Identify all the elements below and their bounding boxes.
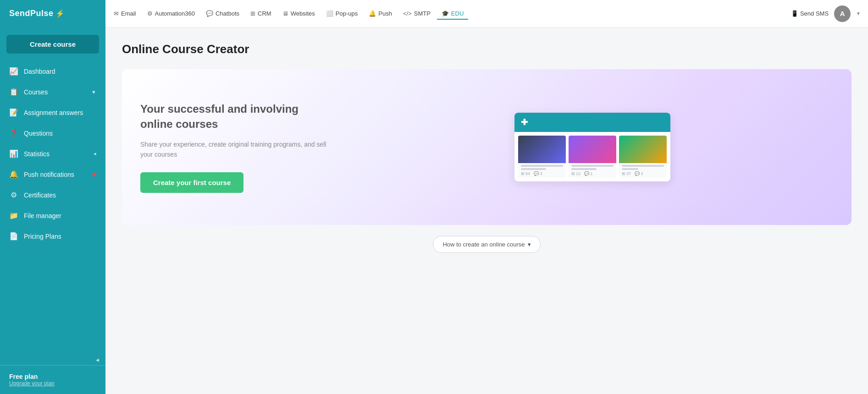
mockup-card-2: ⊞ 12 💬 1 [569, 136, 616, 178]
sidebar-navigation: 📈 Dashboard 📋 Courses ▼ 📝 Assignment ans… [0, 61, 105, 354]
mockup-header: ✚ [514, 113, 670, 132]
topnav: SendPulse ⚡ ✉ Email ⚙ Automation360 💬 Ch… [0, 0, 868, 27]
nav-item-push[interactable]: 🔔 Push [364, 7, 397, 20]
nav-item-smtp[interactable]: </> SMTP [398, 7, 435, 20]
course-mockup: ✚ ⊞ 54 💬 3 [514, 113, 670, 181]
popups-icon: ⬜ [326, 10, 333, 17]
how-to-link-container: How to create an online course ▾ [122, 236, 851, 253]
certificates-icon: ⚙ [9, 191, 18, 199]
hero-heading: Your successful and involving online cou… [140, 101, 333, 132]
mockup-stats-1: ⊞ 54 💬 3 [521, 171, 563, 176]
crm-icon: ⊞ [250, 10, 255, 17]
upgrade-link[interactable]: Upgrade your plan [9, 380, 96, 387]
sidebar-item-statistics[interactable]: 📊 Statistics ◂ [0, 143, 105, 164]
hero-subtext: Share your experience, create original t… [140, 139, 333, 160]
hero-right: ✚ ⊞ 54 💬 3 [351, 113, 833, 181]
sidebar-item-assignment-answers[interactable]: 📝 Assignment answers [0, 102, 105, 123]
nav-item-popups[interactable]: ⬜ Pop-ups [321, 7, 362, 20]
sidebar: Create course 📈 Dashboard 📋 Courses ▼ 📝 … [0, 27, 105, 394]
sidebar-item-certificates[interactable]: ⚙ Certificates [0, 185, 105, 205]
sidebar-item-file-manager[interactable]: 📁 File manager [0, 205, 105, 226]
mockup-card-2-info: ⊞ 12 💬 1 [569, 163, 616, 178]
mockup-card-3: ⊞ 37 💬 2 [619, 136, 667, 178]
statistics-icon: 📊 [9, 149, 18, 158]
create-first-course-button[interactable]: Create your first course [140, 172, 243, 193]
logo-icon: ⚡ [55, 9, 65, 18]
how-to-create-button[interactable]: How to create an online course ▾ [433, 236, 540, 253]
pricing-plans-icon: 📄 [9, 232, 18, 241]
chatbots-icon: 💬 [206, 10, 213, 17]
create-course-button[interactable]: Create course [6, 35, 99, 54]
statistics-chevron-icon: ◂ [94, 151, 96, 157]
page-title: Online Course Creator [122, 42, 851, 56]
mockup-card-2-thumb [569, 136, 616, 163]
courses-chevron-icon: ▼ [91, 89, 96, 95]
nav-item-email[interactable]: ✉ Email [109, 7, 141, 20]
hero-card: Your successful and involving online cou… [122, 69, 851, 225]
mockup-stats-3: ⊞ 37 💬 2 [622, 171, 664, 176]
mockup-card-1-thumb [518, 136, 566, 163]
smtp-icon: </> [403, 10, 412, 17]
mockup-line [521, 165, 563, 167]
mockup-cards: ⊞ 54 💬 3 ⊞ 12 [514, 132, 670, 181]
file-manager-icon: 📁 [9, 211, 18, 220]
mockup-line-3 [622, 165, 664, 167]
mockup-plus-icon: ✚ [521, 117, 528, 127]
push-notifications-icon: 🔔 [9, 170, 18, 179]
questions-icon: ❓ [9, 129, 18, 137]
send-sms-button[interactable]: 📱 Send SMS [791, 10, 829, 17]
push-notification-badge [93, 173, 96, 176]
mockup-card-3-info: ⊞ 37 💬 2 [619, 163, 667, 178]
mockup-line-2-short [571, 168, 597, 170]
sidebar-item-questions[interactable]: ❓ Questions [0, 123, 105, 143]
sidebar-item-push-notifications[interactable]: 🔔 Push notifications [0, 164, 105, 185]
avatar[interactable]: A [834, 5, 851, 22]
hero-left: Your successful and involving online cou… [140, 101, 333, 193]
nav-items: ✉ Email ⚙ Automation360 💬 Chatbots ⊞ CRM… [105, 7, 791, 20]
mockup-stats-2: ⊞ 12 💬 1 [571, 171, 614, 176]
main-content: Online Course Creator Your successful an… [105, 27, 868, 394]
nav-item-websites[interactable]: 🖥 Websites [278, 7, 320, 20]
mockup-card-1: ⊞ 54 💬 3 [518, 136, 566, 178]
mockup-line-3-short [622, 168, 639, 170]
websites-icon: 🖥 [282, 10, 288, 17]
free-plan-label: Free plan [9, 373, 96, 380]
avatar-chevron-icon: ▼ [856, 11, 861, 16]
how-to-chevron-icon: ▾ [528, 241, 531, 248]
edu-icon: 🎓 [442, 10, 449, 17]
email-icon: ✉ [114, 10, 119, 17]
mockup-card-3-thumb [619, 136, 667, 163]
sidebar-item-dashboard[interactable]: 📈 Dashboard [0, 61, 105, 82]
sidebar-collapse-icon[interactable]: ◂ [96, 356, 99, 363]
logo-text: SendPulse [9, 9, 54, 18]
push-icon: 🔔 [369, 10, 376, 17]
logo[interactable]: SendPulse ⚡ [0, 0, 105, 27]
sidebar-footer: Free plan Upgrade your plan [0, 365, 105, 394]
mockup-card-1-info: ⊞ 54 💬 3 [518, 163, 566, 178]
nav-item-crm[interactable]: ⊞ CRM [246, 7, 276, 20]
nav-right: 📱 Send SMS A ▼ [791, 5, 861, 22]
mockup-line-2 [571, 165, 614, 167]
courses-icon: 📋 [9, 88, 18, 96]
sidebar-item-pricing-plans[interactable]: 📄 Pricing Plans [0, 226, 105, 246]
main-layout: Create course 📈 Dashboard 📋 Courses ▼ 📝 … [0, 27, 868, 394]
mobile-icon: 📱 [791, 10, 798, 17]
nav-item-automation[interactable]: ⚙ Automation360 [143, 7, 199, 20]
nav-item-chatbots[interactable]: 💬 Chatbots [201, 7, 244, 20]
nav-item-edu[interactable]: 🎓 EDU [437, 7, 468, 20]
dashboard-icon: 📈 [9, 67, 18, 76]
automation-icon: ⚙ [147, 10, 153, 17]
assignment-icon: 📝 [9, 108, 18, 117]
sidebar-item-courses[interactable]: 📋 Courses ▼ [0, 82, 105, 102]
mockup-line-short [521, 168, 546, 170]
